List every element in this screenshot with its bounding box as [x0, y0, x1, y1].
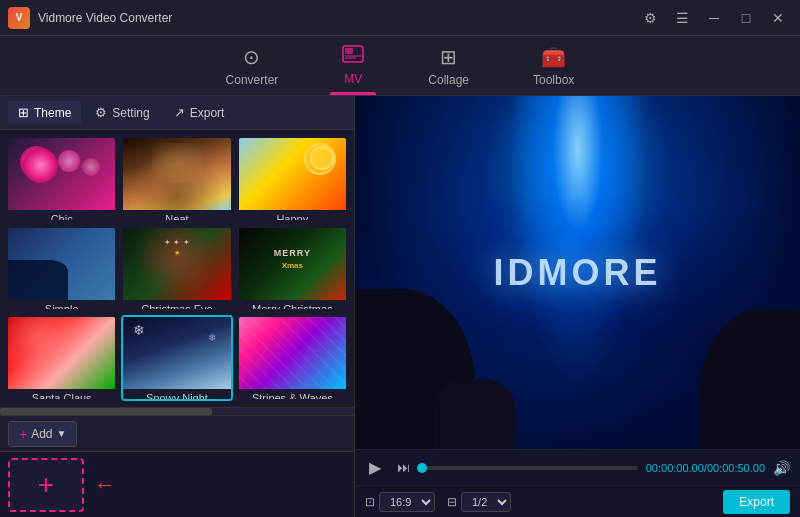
theme-grid-icon: ⊞ [18, 105, 29, 120]
tab-mv[interactable]: MV [330, 41, 376, 90]
rock-bottom-left [435, 379, 515, 449]
play-button[interactable]: ▶ [365, 458, 385, 478]
collage-icon: ⊞ [440, 45, 457, 69]
subnav-theme-label: Theme [34, 106, 71, 120]
subnav-export-label: Export [190, 106, 225, 120]
app-logo: V [8, 7, 30, 29]
volume-icon[interactable]: 🔊 [773, 460, 790, 476]
add-button[interactable]: + Add ▼ [8, 421, 77, 447]
close-btn[interactable]: ✕ [764, 8, 792, 28]
subnav-setting-label: Setting [112, 106, 149, 120]
subnav-setting[interactable]: ⚙ Setting [85, 101, 159, 124]
theme-name-merry-christmas: Merry Christmas [239, 300, 346, 312]
export-icon: ↗ [174, 105, 185, 120]
video-preview: IDMORE [355, 96, 800, 449]
theme-thumbnail-simple [8, 228, 115, 300]
horizontal-scrollbar[interactable] [0, 407, 354, 415]
tab-mv-label: MV [344, 72, 362, 86]
bottom-toolbar: + Add ▼ [0, 415, 354, 451]
tab-collage-label: Collage [428, 73, 469, 87]
player-controls: ▶ ⏭ 00:00:00.00/00:00:50.00 🔊 [355, 449, 800, 485]
title-bar: V Vidmore Video Converter ⚙ ☰ ─ □ ✕ [0, 0, 800, 36]
toolbox-icon: 🧰 [541, 45, 566, 69]
chevron-down-icon: ▼ [57, 428, 67, 439]
theme-card-snowy-night[interactable]: Snowy Night [121, 315, 232, 401]
theme-card-simple[interactable]: Simple [6, 226, 117, 312]
media-add-slot[interactable]: + [8, 458, 84, 512]
step-forward-button[interactable]: ⏭ [393, 459, 414, 476]
theme-name-neat: Neat [123, 210, 230, 222]
theme-card-chic[interactable]: Chic [6, 136, 117, 222]
theme-name-snowy-night: Snowy Night [123, 389, 230, 401]
aspect-ratio-select[interactable]: 16:9 4:3 1:1 9:16 [379, 492, 435, 512]
aspect-ratio-icon: ⊡ [365, 495, 375, 509]
settings-btn[interactable]: ⚙ [636, 8, 664, 28]
menu-btn[interactable]: ☰ [668, 8, 696, 28]
main-nav: ⊙ Converter MV ⊞ Collage 🧰 Toolbox [0, 36, 800, 96]
theme-name-happy: Happy [239, 210, 346, 222]
theme-name-christmas-eve: Christmas Eve [123, 300, 230, 312]
theme-name-chic: Chic [8, 210, 115, 222]
left-panel: ⊞ Theme ⚙ Setting ↗ Export Chic [0, 96, 355, 517]
player-bottom-bar: ⊡ 16:9 4:3 1:1 9:16 ⊟ 1/2 1/1 Export [355, 485, 800, 517]
theme-name-santa-claus: Santa Claus [8, 389, 115, 401]
sub-nav: ⊞ Theme ⚙ Setting ↗ Export [0, 96, 354, 130]
theme-thumbnail-merry-christmas [239, 228, 346, 300]
converter-icon: ⊙ [243, 45, 260, 69]
tab-collage[interactable]: ⊞ Collage [416, 41, 481, 91]
theme-thumbnail-santa-claus [8, 317, 115, 389]
theme-grid: Chic Neat Happy [0, 130, 354, 407]
theme-thumbnail-happy [239, 138, 346, 210]
theme-card-santa-claus[interactable]: Santa Claus [6, 315, 117, 401]
tab-converter-label: Converter [226, 73, 279, 87]
tab-toolbox[interactable]: 🧰 Toolbox [521, 41, 586, 91]
plus-icon: + [19, 426, 27, 442]
progress-bar[interactable] [422, 466, 638, 470]
media-area: + ← [0, 451, 354, 517]
time-display: 00:00:00.00/00:00:50.00 [646, 462, 765, 474]
media-plus-icon: + [38, 471, 54, 499]
theme-name-stripes-waves: Stripes & Waves [239, 389, 346, 401]
theme-thumbnail-neat [123, 138, 230, 210]
ratio-group: ⊡ 16:9 4:3 1:1 9:16 ⊟ 1/2 1/1 [365, 492, 511, 512]
app-title: Vidmore Video Converter [38, 11, 636, 25]
screen-select[interactable]: 1/2 1/1 [461, 492, 511, 512]
subnav-export[interactable]: ↗ Export [164, 101, 235, 124]
setting-icon: ⚙ [95, 105, 107, 120]
screen-icon: ⊟ [447, 495, 457, 509]
right-panel: IDMORE ▶ ⏭ 00:00:00.00/00:00:50.00 🔊 ⊡ 1… [355, 96, 800, 517]
arrow-indicator: ← [94, 472, 116, 498]
theme-name-simple: Simple [8, 300, 115, 312]
theme-card-christmas-eve[interactable]: ✦ ✦ ✦★ Christmas Eve [121, 226, 232, 312]
svg-rect-1 [345, 48, 353, 54]
main-content: ⊞ Theme ⚙ Setting ↗ Export Chic [0, 96, 800, 517]
theme-card-stripes-waves[interactable]: Stripes & Waves [237, 315, 348, 401]
tab-converter[interactable]: ⊙ Converter [214, 41, 291, 91]
theme-card-happy[interactable]: Happy [237, 136, 348, 222]
export-button[interactable]: Export [723, 490, 790, 514]
theme-thumbnail-stripes-waves [239, 317, 346, 389]
theme-card-neat[interactable]: Neat [121, 136, 232, 222]
window-controls: ⚙ ☰ ─ □ ✕ [636, 8, 792, 28]
theme-thumbnail-chic [8, 138, 115, 210]
subnav-theme[interactable]: ⊞ Theme [8, 101, 81, 124]
preview-text: IDMORE [494, 252, 662, 294]
add-label: Add [31, 427, 52, 441]
maximize-btn[interactable]: □ [732, 8, 760, 28]
theme-thumbnail-christmas-eve: ✦ ✦ ✦★ [123, 228, 230, 300]
theme-card-merry-christmas[interactable]: Merry Christmas [237, 226, 348, 312]
progress-dot [417, 463, 427, 473]
theme-thumbnail-snowy-night [123, 317, 230, 389]
minimize-btn[interactable]: ─ [700, 8, 728, 28]
scrollbar-thumb [0, 408, 212, 415]
tab-toolbox-label: Toolbox [533, 73, 574, 87]
mv-icon [342, 45, 364, 68]
